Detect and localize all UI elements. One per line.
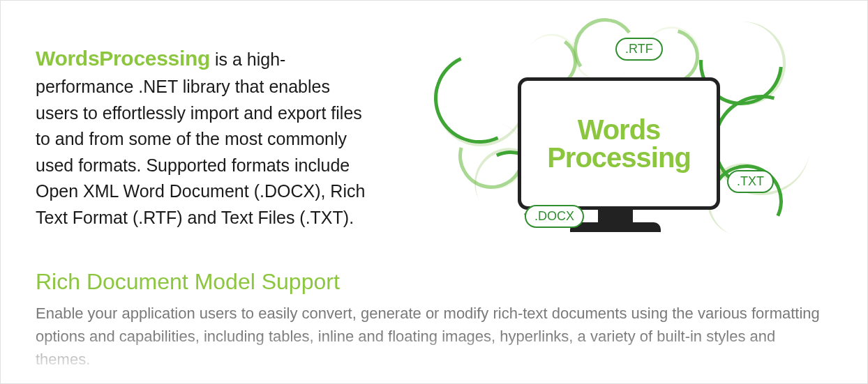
section-title: Rich Document Model Support bbox=[36, 269, 832, 295]
intro-body-text: is a high-performance .NET library that … bbox=[36, 49, 365, 227]
monitor-icon: Words Processing bbox=[518, 77, 720, 210]
document-page: WordsProcessing is a high-performance .N… bbox=[0, 0, 868, 384]
format-badge-rtf: .RTF bbox=[615, 38, 663, 61]
product-name: WordsProcessing bbox=[36, 47, 210, 70]
format-badge-txt: .TXT bbox=[727, 170, 774, 193]
format-badge-docx: .DOCX bbox=[525, 205, 584, 228]
illustration-column: Words Processing .RTF .TXT .DOCX bbox=[398, 25, 832, 234]
words-processing-illustration: Words Processing .RTF .TXT .DOCX bbox=[420, 25, 811, 234]
section-body: Enable your application users to easily … bbox=[36, 302, 832, 371]
intro-paragraph: WordsProcessing is a high-performance .N… bbox=[36, 43, 371, 231]
monitor-title-line2: Processing bbox=[547, 144, 691, 171]
intro-row: WordsProcessing is a high-performance .N… bbox=[36, 25, 832, 248]
monitor-title-line1: Words bbox=[578, 116, 661, 144]
intro-column: WordsProcessing is a high-performance .N… bbox=[36, 25, 371, 248]
section-rich-document-model: Rich Document Model Support Enable your … bbox=[36, 269, 832, 371]
monitor-base-icon bbox=[570, 222, 661, 232]
